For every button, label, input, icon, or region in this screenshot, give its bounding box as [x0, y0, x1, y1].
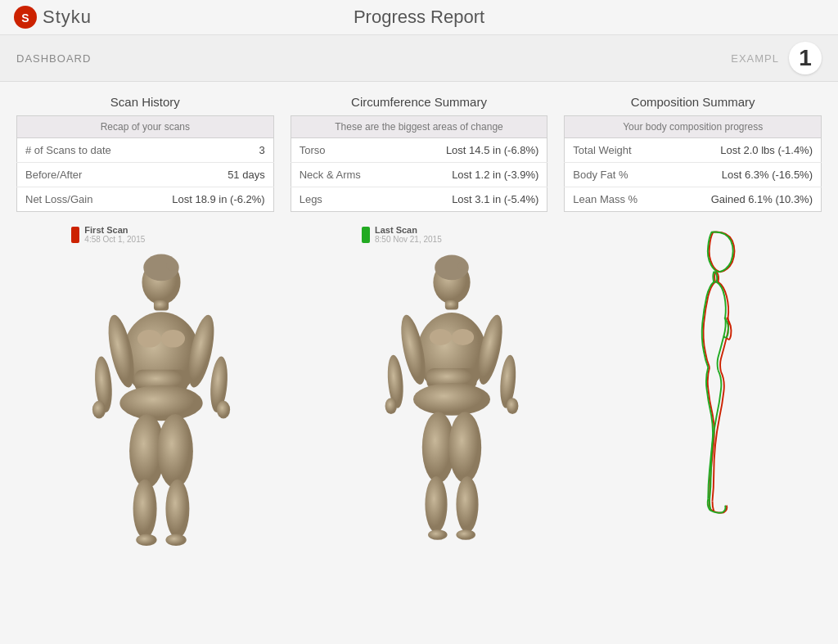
- first-scan-body-model: [63, 247, 259, 566]
- svg-point-41: [456, 476, 478, 533]
- svg-point-16: [217, 401, 230, 419]
- neck-arms-value: Lost 1.2 in (-3.9%): [406, 163, 547, 187]
- scan-history-subtitle: Recap of your scans: [17, 116, 274, 138]
- circumference-section: Circumference Summary These are the bigg…: [291, 95, 548, 212]
- circumference-title: Circumference Summary: [291, 95, 548, 109]
- torso-label: Torso: [291, 138, 406, 163]
- lean-mass-value: Gained 6.1% (10.3%): [680, 187, 822, 212]
- nav-bar: DASHBOARD EXAMPL 1: [0, 35, 838, 82]
- scan-history-table: Recap of your scans # of Scans to date 3…: [16, 115, 274, 212]
- svg-point-28: [430, 329, 452, 345]
- before-after-value: 51 days: [133, 163, 274, 187]
- last-scan-container: Last Scan 8:50 Nov 21, 2015: [337, 225, 566, 566]
- last-scan-label-text: Last Scan 8:50 Nov 21, 2015: [375, 225, 442, 244]
- svg-point-34: [385, 398, 397, 414]
- svg-point-7: [137, 330, 161, 348]
- svg-point-4: [167, 262, 178, 271]
- svg-point-37: [507, 398, 518, 414]
- composition-table: Your body composition progress Total Wei…: [564, 115, 822, 212]
- total-weight-value: Lost 2.0 lbs (-1.4%): [680, 138, 822, 163]
- circumference-subtitle: These are the biggest areas of change: [291, 116, 547, 138]
- legs-label: Legs: [291, 187, 406, 212]
- table-row: Torso Lost 14.5 in (-6.8%): [291, 138, 547, 163]
- body-fat-value: Lost 6.3% (-16.5%): [680, 163, 822, 187]
- table-row: Body Fat % Lost 6.3% (-16.5%): [565, 163, 822, 187]
- table-row: Legs Lost 3.1 in (-5.4%): [291, 187, 547, 212]
- first-scan-dot: [71, 227, 79, 243]
- scan-count-label: # of Scans to date: [17, 138, 133, 163]
- net-loss-value: Lost 18.9 in (-6.2%): [133, 187, 274, 212]
- nav-right: EXAMPL 1: [731, 42, 822, 74]
- last-scan-body-model: [354, 247, 550, 566]
- last-scan-date: 8:50 Nov 21, 2015: [375, 235, 442, 244]
- svg-point-19: [133, 480, 157, 538]
- legs-value: Lost 3.1 in (-5.4%): [406, 187, 547, 212]
- first-scan-label: First Scan 4:58 Oct 1, 2015: [71, 225, 145, 244]
- first-scan-label-text: First Scan 4:58 Oct 1, 2015: [84, 225, 145, 244]
- first-scan-name: First Scan: [84, 225, 145, 235]
- svg-point-20: [166, 480, 190, 538]
- table-row: Before/After 51 days: [17, 163, 274, 187]
- table-row: Lean Mass % Gained 6.1% (10.3%): [565, 187, 822, 212]
- lean-mass-label: Lean Mass %: [565, 187, 680, 212]
- svg-point-40: [425, 476, 447, 533]
- header: S Styku Progress Report: [0, 0, 838, 35]
- neck-arms-label: Neck & Arms: [291, 163, 406, 187]
- net-loss-label: Net Loss/Gain: [17, 187, 133, 212]
- composition-section: Composition Summary Your body compositio…: [564, 95, 822, 212]
- nav-example-label: EXAMPL: [731, 52, 779, 65]
- nav-page-number: 1: [789, 42, 822, 74]
- composition-title: Composition Summary: [564, 95, 822, 109]
- last-scan-body-svg: [370, 251, 534, 562]
- scans-row: First Scan 4:58 Oct 1, 2015: [16, 225, 822, 566]
- svg-point-22: [166, 534, 187, 546]
- first-scan-body-svg: [79, 251, 243, 562]
- table-row: Neck & Arms Lost 1.2 in (-3.9%): [291, 163, 547, 187]
- page-title: Progress Report: [354, 7, 484, 28]
- styku-logo-icon: S: [13, 5, 38, 29]
- nav-dashboard-label[interactable]: DASHBOARD: [16, 52, 91, 65]
- torso-value: Lost 14.5 in (-6.8%): [406, 138, 547, 163]
- svg-point-8: [161, 330, 185, 348]
- content-area: Scan History Recap of your scans # of Sc…: [0, 82, 838, 574]
- svg-point-39: [448, 412, 481, 483]
- last-scan-dot: [362, 227, 370, 243]
- before-after-label: Before/After: [17, 163, 133, 187]
- table-row: Total Weight Lost 2.0 lbs (-1.4%): [565, 138, 822, 163]
- summary-row: Scan History Recap of your scans # of Sc…: [16, 95, 822, 212]
- total-weight-label: Total Weight: [565, 138, 680, 163]
- logo: S Styku: [13, 5, 92, 29]
- svg-point-18: [158, 414, 193, 488]
- table-row: Net Loss/Gain Lost 18.9 in (-6.2%): [17, 187, 274, 212]
- svg-point-31: [413, 383, 490, 416]
- svg-point-42: [428, 529, 448, 540]
- outline-comparison-svg: [644, 225, 775, 552]
- circumference-table: These are the biggest areas of change To…: [291, 115, 548, 212]
- first-scan-container: First Scan 4:58 Oct 1, 2015: [47, 225, 276, 566]
- table-row: # of Scans to date 3: [17, 138, 274, 163]
- logo-text: Styku: [43, 7, 92, 28]
- scan-count-value: 3: [133, 138, 274, 163]
- svg-point-10: [120, 385, 203, 421]
- svg-point-13: [92, 401, 106, 419]
- last-scan-name: Last Scan: [375, 225, 442, 235]
- scan-history-title: Scan History: [16, 95, 274, 109]
- scan-history-section: Scan History Recap of your scans # of Sc…: [16, 95, 274, 212]
- svg-point-43: [456, 529, 475, 540]
- composition-subtitle: Your body composition progress: [565, 116, 822, 138]
- svg-point-29: [452, 329, 474, 345]
- last-scan-label: Last Scan 8:50 Nov 21, 2015: [362, 225, 442, 244]
- svg-rect-5: [154, 300, 169, 311]
- outline-comparison: [628, 225, 791, 552]
- first-scan-date: 4:58 Oct 1, 2015: [84, 235, 145, 244]
- svg-point-25: [457, 263, 467, 270]
- svg-point-21: [137, 534, 157, 546]
- svg-rect-26: [445, 300, 458, 310]
- svg-text:S: S: [21, 11, 29, 25]
- body-fat-label: Body Fat %: [565, 163, 680, 187]
